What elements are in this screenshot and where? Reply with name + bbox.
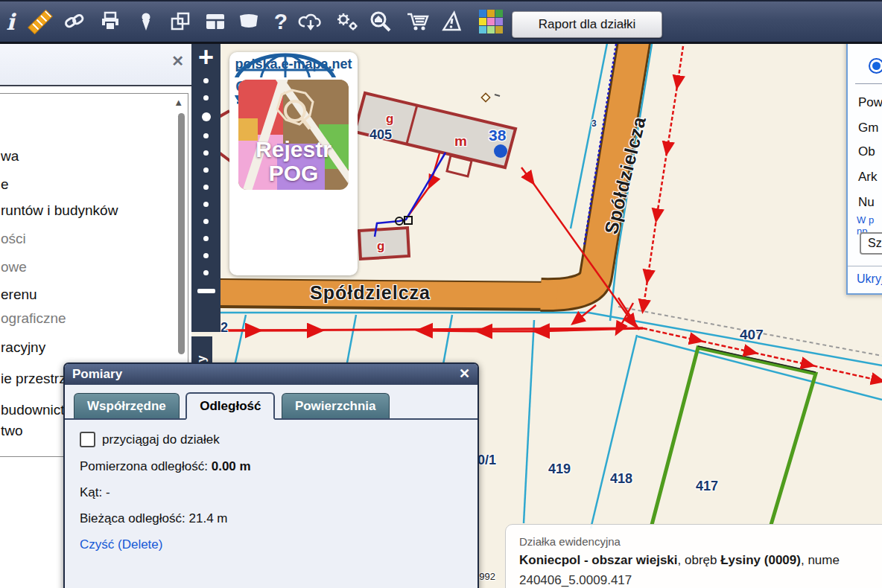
layers-panel-header: ✕ (0, 42, 191, 86)
zoom-bar: + (191, 42, 220, 332)
zoom-out-button[interactable] (197, 289, 215, 293)
parcel-search-panel: Wsp Pow Gm Ob Ark Nu W p np. Sz Ukryj (846, 15, 882, 295)
zoom-level-dot[interactable] (203, 78, 209, 83)
poland-outline-magnifier-icon (267, 86, 326, 138)
layer-item[interactable]: e (1, 176, 9, 194)
selected-parcel-outline (652, 348, 816, 525)
ruler-icon[interactable] (25, 1, 55, 42)
address-point-marker (494, 144, 507, 158)
diamond-symbol (481, 93, 489, 101)
help-icon[interactable]: ? (270, 1, 292, 42)
pog-tile-line2: POG (238, 162, 349, 185)
layer-item[interactable]: ograficzne (1, 310, 66, 327)
cart-icon[interactable] (402, 1, 435, 42)
settings-icon[interactable] (331, 1, 364, 42)
snap-checkbox-label: przyciągaj do działek (102, 432, 220, 447)
current-distance-row: Bieżąca odległość: 21.4 m (80, 511, 463, 526)
layer-item[interactable]: runtów i budynków (1, 202, 118, 220)
link-icon[interactable] (61, 1, 88, 42)
layer-item[interactable]: erenu (1, 286, 37, 304)
hint-text: W p (857, 214, 874, 226)
zoom-in-button[interactable]: + (198, 42, 214, 72)
parcel-label-0-1: 0/1 (478, 453, 496, 468)
search-mode-radio[interactable] (869, 58, 882, 74)
scroll-up-icon[interactable]: ▲ (174, 97, 183, 108)
divider (855, 83, 882, 84)
field-label-arkusz: Ark (858, 170, 878, 185)
info-icon[interactable]: i (1, 1, 19, 42)
zoom-level-dot[interactable] (203, 95, 209, 100)
measure-dialog-tabs: Współrzędne Odległość Powierzchnia (65, 385, 478, 420)
palette-icon[interactable] (477, 1, 505, 42)
divider (848, 266, 882, 266)
comment-icon[interactable] (234, 1, 264, 42)
download-cloud-icon[interactable] (295, 1, 328, 42)
hide-link[interactable]: Ukryj (857, 272, 882, 286)
zoom-level-dot[interactable] (203, 270, 209, 275)
snap-checkbox[interactable] (80, 432, 95, 447)
zoom-level-dot[interactable] (203, 133, 209, 138)
zoom-level-dot[interactable] (203, 219, 209, 224)
street-label-horizontal: Spółdzielcza (310, 282, 431, 303)
parcel-label-3: 3 (591, 118, 597, 129)
zoom-home-icon[interactable] (367, 1, 396, 42)
layout-icon[interactable] (201, 1, 229, 42)
close-icon[interactable]: ✕ (171, 52, 184, 70)
branding-card: polska.e-mapa.net GEO-SYSTEM (229, 52, 358, 275)
report-parcel-button[interactable]: Raport dla działki (512, 11, 662, 38)
measure-dialog: Pomiary ✕ Współrzędne Odległość Powierzc… (63, 362, 479, 588)
zoom-level-dot[interactable] (203, 202, 209, 207)
field-label-obreb: Ob (858, 144, 875, 159)
layer-item[interactable]: two (1, 422, 23, 440)
parcel-info-panel: Działka ewidencyjna Koniecpol - obszar w… (505, 524, 882, 588)
app-window: g 405 m 38 g 3 407 419 418 417 0/1 22 19… (0, 0, 882, 588)
zoom-level-dot[interactable] (203, 185, 209, 190)
parcel-label-418: 418 (610, 471, 632, 487)
field-label-powiat: Pow (858, 95, 882, 110)
building-label-m: m (454, 133, 467, 150)
info-panel-parcel-line: Koniecpol - obszar wiejski, obręb Łysiny… (519, 553, 882, 568)
zoom-level-dot[interactable] (203, 253, 209, 258)
parcel-id: 240406_5.0009.417 (519, 573, 882, 588)
tab-area[interactable]: Powierzchnia (282, 393, 390, 418)
layer-item[interactable]: budownict (1, 401, 65, 419)
info-panel-title: Działka ewidencyjna (519, 535, 882, 548)
clear-link[interactable]: Czyść (Delete) (80, 537, 162, 552)
pog-tile-line1: Rejestr (238, 138, 349, 162)
copy-icon[interactable] (167, 1, 195, 42)
print-icon[interactable] (97, 1, 124, 42)
address-label-38: 38 (489, 127, 506, 144)
layer-item[interactable]: owe (1, 258, 27, 276)
tick-symbol (495, 95, 500, 96)
layer-item[interactable]: wa (1, 147, 19, 165)
zoom-level-dot[interactable] (203, 167, 209, 173)
zoom-level-dot-current[interactable] (202, 112, 211, 121)
warning-icon[interactable] (437, 1, 469, 42)
field-label-numer: Nu (858, 195, 875, 210)
layer-item[interactable]: ości (1, 230, 26, 248)
search-button[interactable]: Sz (860, 232, 882, 255)
tab-distance[interactable]: Odległość (185, 392, 275, 420)
layer-item[interactable]: racyjny (1, 339, 45, 357)
parcel-label-417: 417 (696, 479, 718, 494)
measured-distance-row: Pomierzona odległość: 0.00 m (80, 459, 463, 474)
current-distance-value: 21.4 m (189, 511, 228, 525)
measured-distance-value: 0.00 m (212, 459, 251, 473)
parcel-label-419: 419 (548, 461, 571, 477)
measure-dialog-title[interactable]: Pomiary (65, 364, 478, 385)
parcel-label-405: 405 (369, 127, 392, 143)
field-label-gmina: Gm (858, 121, 878, 135)
rejestr-pog-tile[interactable]: Rejestr POG (238, 80, 349, 190)
zoom-level-dot[interactable] (203, 150, 209, 156)
angle-row: Kąt: - (80, 485, 463, 500)
zoom-level-dot[interactable] (203, 236, 209, 241)
parcel-label-22: 22 (220, 320, 228, 336)
parcel-label-407: 407 (740, 327, 764, 343)
tab-coordinates[interactable]: Współrzędne (74, 393, 180, 418)
scrollbar-thumb[interactable] (178, 113, 185, 354)
marker-icon[interactable] (134, 1, 158, 42)
building-label-g: g (386, 112, 393, 127)
close-icon[interactable]: ✕ (459, 365, 470, 382)
angle-value: - (106, 485, 110, 499)
building-label-g2: g (377, 239, 384, 254)
